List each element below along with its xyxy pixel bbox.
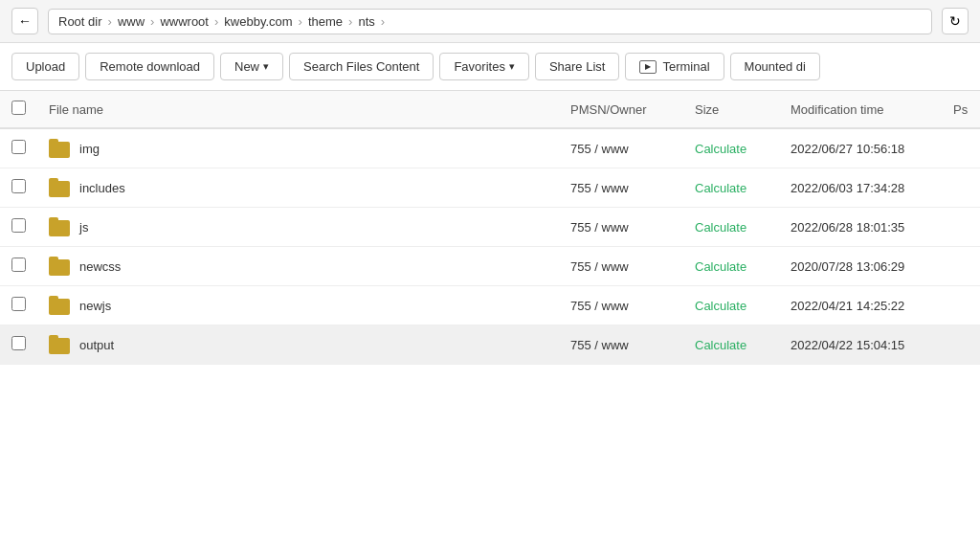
file-pmsn: 755 / www	[559, 168, 683, 208]
breadcrumb-sep-6: ›	[381, 14, 385, 29]
calculate-link[interactable]: Calculate	[695, 181, 746, 195]
breadcrumb-sep-2: ›	[150, 14, 154, 29]
row-checkbox[interactable]	[11, 218, 26, 233]
breadcrumb-www[interactable]: www	[118, 14, 145, 29]
file-name-cell: newcss	[49, 257, 547, 276]
file-name-label[interactable]: newcss	[79, 259, 121, 274]
folder-icon	[49, 217, 70, 236]
file-ps	[942, 208, 980, 247]
row-checkbox[interactable]	[11, 179, 26, 193]
select-all-checkbox[interactable]	[11, 101, 26, 115]
breadcrumb-theme[interactable]: theme	[308, 14, 343, 29]
file-ps	[942, 168, 980, 208]
file-ps	[942, 128, 980, 168]
col-header-filename: File name	[37, 91, 559, 128]
file-name-label[interactable]: output	[79, 338, 114, 352]
file-table-body: img 755 / www Calculate 2022/06/27 10:56…	[0, 128, 980, 365]
favorites-button[interactable]: Favorites ▾	[439, 53, 528, 80]
new-dropdown-arrow: ▾	[263, 60, 269, 73]
reload-button[interactable]: ↻	[942, 8, 969, 34]
file-modtime: 2022/04/21 14:25:22	[779, 286, 942, 325]
col-header-pmsn: PMSN/Owner	[559, 91, 683, 128]
col-header-modtime: Modification time	[779, 91, 942, 128]
col-header-size: Size	[683, 91, 779, 128]
file-name-cell: js	[49, 217, 547, 236]
file-ps	[942, 325, 980, 365]
terminal-icon: ▶	[639, 60, 657, 74]
table-row: output 755 / www Calculate 2022/04/22 15…	[0, 325, 980, 365]
back-button[interactable]: ←	[11, 8, 38, 34]
file-pmsn: 755 / www	[559, 247, 683, 286]
folder-body	[49, 181, 70, 197]
calculate-link[interactable]: Calculate	[695, 142, 746, 156]
breadcrumb-root[interactable]: Root dir	[58, 14, 102, 29]
file-name-label[interactable]: includes	[79, 181, 125, 195]
file-modtime: 2022/06/03 17:34:28	[779, 168, 942, 208]
share-list-button[interactable]: Share List	[535, 53, 620, 80]
file-modtime: 2022/06/27 10:56:18	[779, 128, 942, 168]
terminal-button[interactable]: ▶ Terminal	[625, 53, 724, 80]
file-modtime: 2022/06/28 18:01:35	[779, 208, 942, 247]
file-name-cell: img	[49, 139, 547, 158]
favorites-dropdown-arrow: ▾	[509, 60, 515, 73]
row-checkbox[interactable]	[11, 336, 26, 350]
table-row: js 755 / www Calculate 2022/06/28 18:01:…	[0, 208, 980, 247]
search-files-button[interactable]: Search Files Content	[289, 53, 434, 80]
file-name-cell: includes	[49, 178, 547, 197]
breadcrumb-nts[interactable]: nts	[358, 14, 374, 29]
file-name-label[interactable]: img	[79, 142, 100, 156]
table-row: newjs 755 / www Calculate 2022/04/21 14:…	[0, 286, 980, 325]
file-pmsn: 755 / www	[559, 128, 683, 168]
file-ps	[942, 247, 980, 286]
folder-body	[49, 338, 70, 354]
mounted-di-button[interactable]: Mounted di	[730, 53, 820, 80]
file-name-cell: output	[49, 335, 547, 354]
folder-body	[49, 259, 70, 276]
calculate-link[interactable]: Calculate	[695, 338, 746, 352]
row-checkbox[interactable]	[11, 140, 26, 154]
folder-body	[49, 142, 70, 158]
folder-icon	[49, 257, 70, 276]
breadcrumb-kwebby[interactable]: kwebby.com	[224, 14, 292, 29]
breadcrumb-sep-3: ›	[214, 14, 218, 29]
table-row: newcss 755 / www Calculate 2020/07/28 13…	[0, 247, 980, 286]
upload-button[interactable]: Upload	[11, 53, 79, 80]
folder-icon	[49, 296, 70, 315]
folder-icon	[49, 139, 70, 158]
breadcrumb: Root dir › www › wwwroot › kwebby.com › …	[48, 9, 932, 34]
table-header: File name PMSN/Owner Size Modification t…	[0, 91, 980, 128]
breadcrumb-sep-4: ›	[299, 14, 302, 29]
folder-icon	[49, 335, 70, 354]
file-table: File name PMSN/Owner Size Modification t…	[0, 91, 980, 365]
calculate-link[interactable]: Calculate	[695, 299, 746, 313]
col-header-ps: Ps	[942, 91, 980, 128]
new-button[interactable]: New ▾	[220, 53, 283, 80]
file-name-cell: newjs	[49, 296, 547, 315]
file-name-label[interactable]: newjs	[79, 299, 111, 313]
calculate-link[interactable]: Calculate	[695, 259, 746, 274]
table-row: img 755 / www Calculate 2022/06/27 10:56…	[0, 128, 980, 168]
breadcrumb-sep-5: ›	[348, 14, 352, 29]
toolbar: Upload Remote download New ▾ Search File…	[0, 43, 980, 91]
file-name-label[interactable]: js	[79, 220, 88, 235]
file-pmsn: 755 / www	[559, 208, 683, 247]
file-table-wrapper: File name PMSN/Owner Size Modification t…	[0, 91, 980, 536]
table-row: includes 755 / www Calculate 2022/06/03 …	[0, 168, 980, 208]
breadcrumb-sep-1: ›	[108, 14, 112, 29]
file-modtime: 2022/04/22 15:04:15	[779, 325, 942, 365]
row-checkbox[interactable]	[11, 258, 26, 272]
folder-body	[49, 220, 70, 236]
folder-body	[49, 299, 70, 315]
calculate-link[interactable]: Calculate	[695, 220, 746, 235]
remote-download-button[interactable]: Remote download	[85, 53, 214, 80]
breadcrumb-wwwroot[interactable]: wwwroot	[160, 14, 209, 29]
address-bar: ← Root dir › www › wwwroot › kwebby.com …	[0, 0, 980, 43]
file-modtime: 2020/07/28 13:06:29	[779, 247, 942, 286]
file-ps	[942, 286, 980, 325]
folder-icon	[49, 178, 70, 197]
row-checkbox[interactable]	[11, 297, 26, 311]
file-pmsn: 755 / www	[559, 286, 683, 325]
file-pmsn: 755 / www	[559, 325, 683, 365]
